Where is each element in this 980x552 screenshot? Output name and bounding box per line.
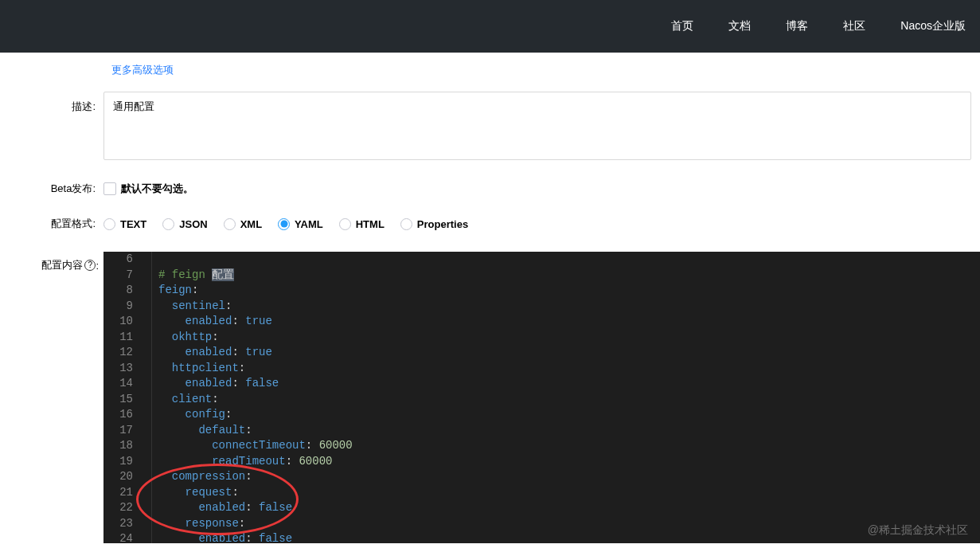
- radio-indicator[interactable]: [339, 218, 351, 230]
- format-radio-json[interactable]: JSON: [162, 218, 207, 230]
- nav-link-blog[interactable]: 博客: [786, 19, 808, 33]
- radio-label: XML: [240, 218, 262, 230]
- radio-indicator[interactable]: [103, 218, 115, 230]
- format-radio-group: TEXTJSONXMLYAMLHTMLProperties: [103, 218, 468, 230]
- line-number: 11: [103, 330, 133, 346]
- code-area[interactable]: # feign 配置feign: sentinel: enabled: true…: [141, 252, 353, 543]
- code-line[interactable]: enabled: false: [158, 500, 353, 516]
- help-icon[interactable]: ?: [84, 260, 96, 271]
- nav-link-enterprise[interactable]: Nacos企业版: [900, 19, 966, 33]
- code-line[interactable]: connectTimeout: 60000: [158, 438, 353, 454]
- format-radio-xml[interactable]: XML: [224, 218, 262, 230]
- code-line[interactable]: enabled: true: [158, 314, 353, 330]
- radio-label: Properties: [417, 218, 468, 230]
- code-line[interactable]: readTimeout: 60000: [158, 454, 353, 470]
- code-editor-container: 6789101112131415161718192021222324 # fei…: [103, 252, 980, 543]
- line-number: 24: [103, 531, 133, 543]
- radio-indicator[interactable]: [400, 218, 412, 230]
- code-line[interactable]: sentinel:: [158, 299, 353, 315]
- code-line[interactable]: httpclient:: [158, 361, 353, 377]
- nav-link-docs[interactable]: 文档: [728, 19, 751, 33]
- beta-checkbox-label: 默认不要勾选。: [121, 182, 193, 196]
- code-line[interactable]: [158, 252, 353, 268]
- format-radio-html[interactable]: HTML: [339, 218, 385, 230]
- code-line[interactable]: okhttp:: [158, 330, 353, 346]
- line-number: 22: [103, 500, 133, 516]
- radio-label: JSON: [179, 218, 207, 230]
- code-line[interactable]: # feign 配置: [158, 268, 353, 284]
- nav-links: 首页 文档 博客 社区 Nacos企业版: [671, 19, 966, 33]
- beta-label: Beta发布:: [0, 182, 103, 196]
- description-label: 描述:: [0, 92, 103, 114]
- nav-link-home[interactable]: 首页: [671, 19, 693, 33]
- radio-label: YAML: [295, 218, 323, 230]
- code-line[interactable]: compression:: [158, 469, 353, 485]
- code-line[interactable]: config:: [158, 407, 353, 423]
- code-line[interactable]: enabled: false: [158, 376, 353, 392]
- line-number: 15: [103, 392, 133, 408]
- radio-indicator[interactable]: [224, 218, 236, 230]
- code-line[interactable]: enabled: false: [158, 531, 353, 543]
- radio-indicator[interactable]: [162, 218, 174, 230]
- nav-link-community[interactable]: 社区: [843, 19, 865, 33]
- line-number: 9: [103, 299, 133, 315]
- format-radio-yaml[interactable]: YAML: [278, 218, 323, 230]
- line-number: 8: [103, 283, 133, 299]
- line-number: 16: [103, 407, 133, 423]
- radio-label: HTML: [356, 218, 385, 230]
- radio-label: TEXT: [120, 218, 146, 230]
- line-number: 20: [103, 469, 133, 485]
- format-row: 配置格式: TEXTJSONXMLYAMLHTMLProperties: [0, 217, 980, 231]
- beta-row: Beta发布: 默认不要勾选。: [0, 182, 980, 196]
- line-number: 7: [103, 268, 133, 284]
- format-radio-text[interactable]: TEXT: [103, 218, 146, 230]
- config-content-label: 配置内容 ? :: [0, 252, 103, 272]
- description-input[interactable]: [103, 92, 971, 160]
- line-number: 6: [103, 252, 133, 268]
- line-number: 21: [103, 485, 133, 501]
- code-line[interactable]: feign:: [158, 283, 353, 299]
- line-number: 17: [103, 423, 133, 439]
- more-options-link[interactable]: 更多高级选项: [111, 64, 174, 76]
- top-nav: 首页 文档 博客 社区 Nacos企业版: [0, 0, 980, 53]
- code-line[interactable]: response:: [158, 516, 353, 532]
- radio-indicator[interactable]: [278, 218, 290, 230]
- line-number-gutter: 6789101112131415161718192021222324: [103, 252, 141, 543]
- line-number: 23: [103, 516, 133, 532]
- content-area: 更多高级选项 描述: Beta发布: 默认不要勾选。 配置格式: TEXTJSO…: [0, 53, 980, 543]
- line-number: 10: [103, 314, 133, 330]
- format-radio-properties[interactable]: Properties: [400, 218, 468, 230]
- line-number: 14: [103, 376, 133, 392]
- code-editor[interactable]: 6789101112131415161718192021222324 # fei…: [103, 252, 980, 543]
- line-number: 18: [103, 438, 133, 454]
- config-content-row: 配置内容 ? : 6789101112131415161718192021222…: [0, 252, 980, 543]
- line-number: 19: [103, 454, 133, 470]
- code-line[interactable]: request:: [158, 485, 353, 501]
- line-number: 12: [103, 345, 133, 361]
- line-number: 13: [103, 361, 133, 377]
- code-line[interactable]: client:: [158, 392, 353, 408]
- format-label: 配置格式:: [0, 217, 103, 231]
- more-options: 更多高级选项: [111, 53, 980, 92]
- code-line[interactable]: enabled: true: [158, 345, 353, 361]
- description-row: 描述:: [0, 92, 980, 162]
- code-line[interactable]: default:: [158, 423, 353, 439]
- beta-checkbox[interactable]: [103, 182, 116, 195]
